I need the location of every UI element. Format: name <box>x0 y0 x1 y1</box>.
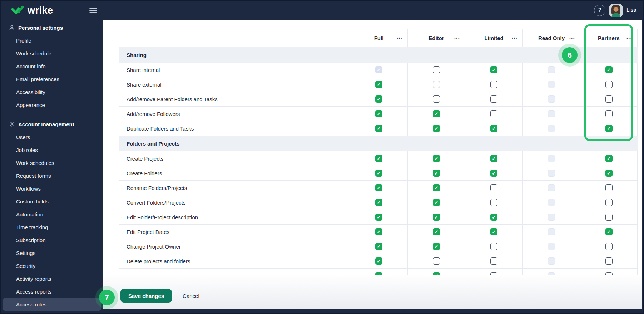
checkbox-full[interactable]: ✓ <box>375 155 382 162</box>
cell-full: ✓ <box>350 77 407 92</box>
sidebar-item-work-schedules[interactable]: Work schedules <box>3 156 101 169</box>
checkbox-partners[interactable]: ✓ <box>605 155 613 162</box>
sidebar-item-job-roles[interactable]: Job roles <box>3 143 101 156</box>
column-header-label: Editor <box>428 35 444 41</box>
user-name[interactable]: Lisa <box>626 7 636 13</box>
column-menu-icon[interactable]: ••• <box>454 36 460 40</box>
checkbox-editor[interactable]: ✓ <box>433 184 440 191</box>
sidebar-item-settings[interactable]: Settings <box>3 246 101 259</box>
column-header-editor[interactable]: Editor••• <box>407 29 465 47</box>
checkbox-editor[interactable] <box>433 257 440 265</box>
checkbox-full[interactable]: ✓ <box>375 184 382 191</box>
checkbox-full[interactable]: ✓ <box>375 257 382 265</box>
sidebar-item-access-roles[interactable]: Access roles <box>3 298 101 311</box>
checkbox-full[interactable]: ✓ <box>375 125 382 132</box>
sidebar-item-users[interactable]: Users <box>3 131 101 143</box>
checkbox-partners[interactable] <box>605 214 613 221</box>
checkbox-limited[interactable]: ✓ <box>490 155 497 162</box>
column-menu-icon[interactable]: ••• <box>626 36 632 40</box>
checkbox-full[interactable]: ✓ <box>375 243 382 250</box>
checkbox-full[interactable]: ✓ <box>375 199 382 206</box>
checkbox-limited[interactable] <box>490 110 497 117</box>
checkbox-read-only <box>548 95 555 103</box>
checkbox-limited[interactable] <box>490 95 497 103</box>
checkbox-limited[interactable]: ✓ <box>490 170 497 177</box>
checkbox-editor[interactable] <box>433 95 440 103</box>
checkbox-editor[interactable]: ✓ <box>433 228 440 235</box>
sidebar-item-accessibility[interactable]: Accessibility <box>3 85 101 98</box>
permission-label: Share internal <box>119 63 350 77</box>
checkbox-partners[interactable]: ✓ <box>605 228 613 235</box>
checkbox-full[interactable]: ✓ <box>375 81 382 88</box>
column-menu-icon[interactable]: ••• <box>569 36 575 40</box>
column-menu-icon[interactable]: ••• <box>512 36 517 40</box>
sidebar-section-account-management[interactable]: Account management <box>3 118 101 131</box>
checkbox-full[interactable]: ✓ <box>375 214 382 221</box>
sidebar-item-work-schedule[interactable]: Work schedule <box>3 47 101 60</box>
checkbox-limited[interactable] <box>490 243 497 250</box>
table-row: Create Projects✓✓✓✓ <box>119 151 638 166</box>
checkbox-limited[interactable]: ✓ <box>490 228 497 235</box>
sidebar-item-security[interactable]: Security <box>3 259 101 272</box>
checkbox-read-only <box>548 257 555 265</box>
checkbox-limited[interactable]: ✓ <box>490 125 497 132</box>
checkbox-partners[interactable] <box>605 243 613 250</box>
checkbox-limited[interactable]: ✓ <box>490 214 497 221</box>
sidebar-item-automation[interactable]: Automation <box>3 208 101 221</box>
cell-full: ✓ <box>350 121 407 136</box>
checkbox-limited[interactable]: ✓ <box>490 66 497 73</box>
checkbox-partners[interactable]: ✓ <box>605 125 613 132</box>
checkbox-partners[interactable] <box>605 199 613 206</box>
checkbox-editor[interactable] <box>433 81 440 88</box>
sidebar-item-appearance[interactable]: Appearance <box>3 98 101 111</box>
checkbox-editor[interactable]: ✓ <box>433 243 440 250</box>
checkbox-limited[interactable] <box>490 257 497 265</box>
checkbox-partners[interactable] <box>605 184 613 191</box>
hamburger-menu-icon[interactable] <box>89 7 97 14</box>
sidebar-item-custom-fields[interactable]: Custom fields <box>3 195 101 208</box>
checkbox-full[interactable]: ✓ <box>375 110 382 117</box>
checkbox-editor[interactable]: ✓ <box>433 214 440 221</box>
column-header-full[interactable]: Full••• <box>350 29 407 47</box>
sidebar-section-personal-settings[interactable]: Personal settings <box>3 21 101 34</box>
checkbox-full[interactable]: ✓ <box>375 95 382 103</box>
checkbox-full[interactable]: ✓ <box>375 170 382 177</box>
checkbox-editor[interactable] <box>433 66 440 73</box>
cell-limited <box>465 77 522 92</box>
checkbox-editor[interactable]: ✓ <box>433 170 440 177</box>
sidebar-item-time-tracking[interactable]: Time tracking <box>3 221 101 234</box>
checkbox-partners[interactable]: ✓ <box>605 66 613 73</box>
sidebar-item-account-info[interactable]: Account info <box>3 60 101 73</box>
sidebar-item-request-forms[interactable]: Request forms <box>3 169 101 182</box>
sidebar-item-access-reports[interactable]: Access reports <box>3 285 101 298</box>
sidebar-item-workflows[interactable]: Workflows <box>3 182 101 195</box>
checkbox-partners[interactable] <box>605 81 613 88</box>
checkbox-partners[interactable] <box>605 110 613 117</box>
sidebar-item-profile[interactable]: Profile <box>3 34 101 47</box>
help-icon[interactable]: ? <box>594 5 605 16</box>
checkbox-editor[interactable]: ✓ <box>433 125 440 132</box>
checkbox-editor[interactable]: ✓ <box>433 110 440 117</box>
checkbox-editor[interactable]: ✓ <box>433 199 440 206</box>
checkbox-full[interactable]: ✓ <box>375 228 382 235</box>
save-changes-button[interactable]: Save changes <box>120 289 172 303</box>
column-header-read-only[interactable]: Read Only••• <box>522 29 580 47</box>
column-header-limited[interactable]: Limited••• <box>465 29 522 47</box>
cancel-button[interactable]: Cancel <box>183 293 199 299</box>
sidebar-item-user-types[interactable]: User types <box>3 311 101 313</box>
sidebar-item-email-preferences[interactable]: Email preferences <box>3 73 101 85</box>
checkbox-partners[interactable] <box>605 95 613 103</box>
checkbox-limited[interactable] <box>490 199 497 206</box>
checkbox-read-only <box>548 125 555 132</box>
checkbox-limited[interactable] <box>490 81 497 88</box>
sidebar-item-activity-reports[interactable]: Activity reports <box>3 272 101 285</box>
checkbox-editor[interactable]: ✓ <box>433 155 440 162</box>
checkbox-partners[interactable] <box>605 257 613 265</box>
checkbox-limited[interactable] <box>490 184 497 191</box>
sidebar-item-subscription[interactable]: Subscription <box>3 234 101 246</box>
checkbox-partners[interactable]: ✓ <box>605 170 613 177</box>
column-header-partners[interactable]: Partners••• <box>580 29 638 47</box>
column-menu-icon[interactable]: ••• <box>397 36 402 40</box>
table-row: Duplicate Folders and Tasks✓✓✓✓ <box>119 121 638 136</box>
avatar[interactable] <box>609 4 623 17</box>
